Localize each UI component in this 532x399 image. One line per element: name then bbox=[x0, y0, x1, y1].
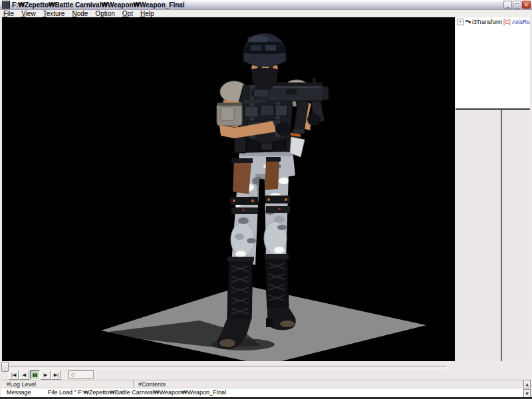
log-header: #Log Level #Contents bbox=[1, 380, 523, 388]
tree-item-name: i3Transform bbox=[472, 19, 502, 25]
log-scroll-up-button[interactable]: ▲ bbox=[523, 380, 531, 388]
menu-opt[interactable]: Opt bbox=[122, 10, 133, 17]
log-column-divider bbox=[133, 380, 134, 388]
window-title: F:₩Zepetto₩Battle Carnival₩Weapon₩Weapon… bbox=[12, 1, 185, 9]
log-row[interactable]: Message File Load " F:₩Zepetto₩Battle Ca… bbox=[1, 388, 523, 397]
model-render bbox=[2, 17, 455, 361]
platform bbox=[101, 285, 426, 361]
log-column-contents: #Contents bbox=[138, 381, 166, 388]
transform-node-icon bbox=[465, 19, 471, 25]
menu-texture[interactable]: Texture bbox=[43, 10, 65, 17]
step-forward-button[interactable]: ▶ bbox=[41, 370, 51, 380]
step-back-button[interactable]: ◀ bbox=[19, 370, 29, 380]
first-frame-button[interactable]: |◀ bbox=[9, 370, 19, 380]
close-button[interactable]: × bbox=[522, 1, 531, 9]
menu-file[interactable]: File bbox=[3, 10, 14, 17]
window-controls: _ □ × bbox=[503, 1, 531, 9]
log-column-level: #Log Level bbox=[7, 381, 36, 388]
application-window: F:₩Zepetto₩Battle Carnival₩Weapon₩Weapon… bbox=[0, 0, 532, 399]
menu-bar: File View Texture Node Option Opt Help bbox=[0, 10, 532, 17]
expand-icon[interactable]: + bbox=[457, 19, 464, 25]
bottom-toolbar: |◀ ◀ ▮▮ ▶ ▶| bbox=[0, 361, 532, 380]
property-panel-divider bbox=[501, 110, 502, 378]
app-icon bbox=[2, 1, 10, 9]
title-bar: F:₩Zepetto₩Battle Carnival₩Weapon₩Weapon… bbox=[0, 0, 532, 10]
tree-item-value: AxisRotate bbox=[512, 19, 530, 25]
log-row-message: File Load " F:₩Zepetto₩Battle Carnival₩W… bbox=[48, 389, 226, 396]
pause-button[interactable]: ▮▮ bbox=[30, 370, 40, 380]
tree-item-i3transform[interactable]: + i3Transform [C] AxisRotate bbox=[456, 17, 530, 25]
property-panel bbox=[456, 108, 530, 378]
menu-view[interactable]: View bbox=[21, 10, 36, 17]
minimize-button[interactable]: _ bbox=[503, 1, 512, 9]
maximize-button[interactable]: □ bbox=[513, 1, 521, 9]
frame-input[interactable] bbox=[68, 370, 94, 379]
timeline-slider-track[interactable] bbox=[2, 366, 446, 368]
menu-node[interactable]: Node bbox=[72, 10, 88, 17]
timeline-slider-thumb[interactable] bbox=[1, 362, 9, 372]
log-row-level: Message bbox=[7, 389, 31, 396]
viewport-3d[interactable] bbox=[2, 17, 455, 361]
scene-tree-panel: + i3Transform [C] AxisRotate bbox=[456, 17, 530, 108]
menu-option[interactable]: Option bbox=[95, 10, 114, 17]
tree-item-tag: [C] bbox=[503, 19, 511, 25]
menu-help[interactable]: Help bbox=[140, 10, 154, 17]
last-frame-button[interactable]: ▶| bbox=[51, 370, 61, 380]
